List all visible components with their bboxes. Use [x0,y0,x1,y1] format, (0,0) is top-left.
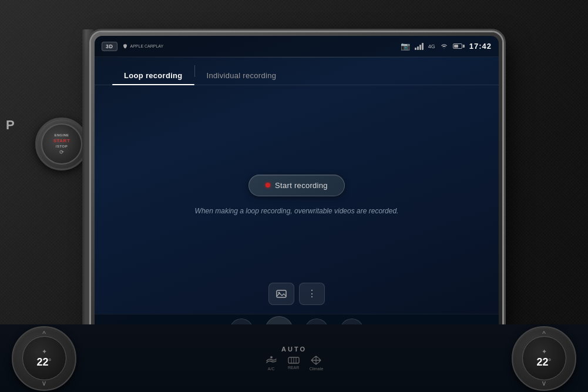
signal-indicator [415,43,424,50]
left-temp-unit: ° [49,357,52,366]
fan-icon-left: ✦ [42,348,47,356]
gallery-button[interactable] [268,283,294,305]
signal-bar-1 [415,48,416,50]
tab-loop-recording[interactable]: Loop recording [112,66,194,85]
climate-knob-left-container: ^ ✦ 22 ° v [12,326,76,391]
fan-down-icon: v [42,379,46,387]
status-bar: 3D APPLE CARPLAY 📷 4G [95,36,499,57]
signal-bar-3 [419,45,421,50]
carplay-indicator: APPLE CARPLAY [122,43,164,49]
right-temp-unit: ° [549,357,552,366]
right-temp-value: 22 ° [537,356,552,368]
tab-navigation: Loop recording Individual recording [95,57,499,85]
battery-indicator [453,43,465,49]
svg-point-2 [270,356,273,359]
right-temp-number: 22 [537,356,549,368]
climate-icon [310,355,322,366]
fan-up-icon: ^ [42,330,46,338]
left-temp-number: 22 [37,356,49,368]
signal-bar-2 [417,46,419,50]
clock: 17:42 [469,42,492,51]
battery-fill [454,45,458,48]
3d-badge: 3D [102,42,117,51]
loop-recording-description: When making a loop recording, overwritab… [195,206,399,216]
apple-icon [122,43,128,49]
wifi-symbol [440,43,448,49]
defrost-label: A/C [268,367,275,371]
main-content-area: Start recording When making a loop recor… [95,85,499,305]
rear-defrost-icon [287,356,300,364]
left-temp-value: 22 ° [37,356,52,368]
fan-down-right-icon: v [542,379,546,387]
battery-body [453,43,462,49]
fan-up-right-icon: ^ [542,330,546,338]
climate-controls-area: ^ ✦ 22 ° v AUTO A/C [0,324,588,392]
fan-icon-right: ✦ [542,348,547,356]
status-bar-right: 📷 4G [401,42,492,51]
carplay-label: APPLE CARPLAY [130,44,164,49]
climate-text: Climate [310,367,324,371]
defrost-icon [265,355,278,366]
more-options-icon: ⋮ [307,289,317,299]
climate-label-item[interactable]: Climate [310,355,324,371]
start-recording-label: Start recording [275,181,328,190]
tablet-screen: 3D APPLE CARPLAY 📷 4G [95,36,499,346]
tab-loop-label: Loop recording [124,71,183,80]
start-recording-button[interactable]: Start recording [248,175,345,196]
record-indicator-dot [266,183,270,187]
engine-button[interactable]: ENGINE START /STOP ⟳ [41,123,82,165]
rear-defrost-control[interactable]: REAR [287,356,300,370]
signal-bar-4 [422,43,424,50]
svg-rect-0 [277,290,286,297]
p-gear-indicator: P [6,118,15,133]
left-temp-display: ✦ 22 ° [22,336,66,380]
wifi-icon [440,43,448,50]
tab-individual-label: Individual recording [207,71,277,80]
more-options-button[interactable]: ⋮ [299,283,325,305]
bottom-toolbar: ⋮ [95,277,499,311]
climate-icons-row: A/C REAR Climate [265,355,324,371]
rear-label: REAR [288,366,299,370]
auto-label: AUTO [281,346,307,353]
climate-center: AUTO A/C REAR [76,346,512,371]
gallery-icon [276,289,287,299]
defrost-control[interactable]: A/C [265,355,278,371]
network-type: 4G [428,43,435,49]
status-bar-left: 3D APPLE CARPLAY [102,42,401,51]
climate-knob-right-container: ^ ✦ 22 ° v [512,326,576,391]
tab-individual-recording[interactable]: Individual recording [195,66,288,85]
right-temp-display: ✦ 22 ° [522,336,566,380]
engine-start-area: ENGINE START /STOP ⟳ [35,118,88,170]
tablet-device: 3D APPLE CARPLAY 📷 4G [91,32,502,350]
battery-tip [463,45,465,48]
right-climate-knob[interactable]: ^ ✦ 22 ° v [512,326,576,391]
left-climate-knob[interactable]: ^ ✦ 22 ° v [12,326,76,391]
camera-status-icon: 📷 [401,42,410,51]
